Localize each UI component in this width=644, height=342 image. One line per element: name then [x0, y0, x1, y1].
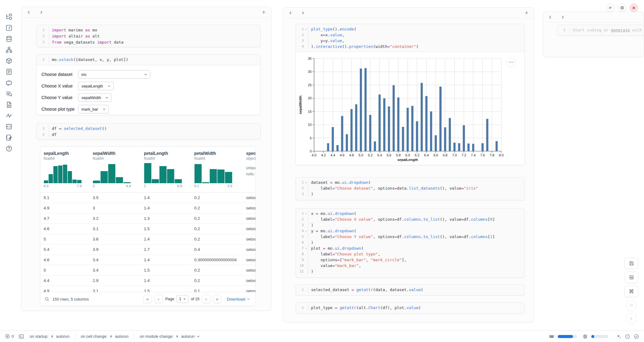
bar[interactable]	[458, 143, 460, 151]
fold-chevron-icon[interactable]	[304, 180, 308, 185]
code-line[interactable]: 9 options=["mark_bar", "mark_circle"],	[296, 257, 524, 263]
terminal-button[interactable]	[19, 334, 24, 339]
chart-actions-button[interactable]	[506, 57, 516, 67]
fold-chevron-icon[interactable]	[304, 211, 308, 216]
code-text[interactable]: x=x.value,	[308, 32, 524, 38]
code-text[interactable]: plot = mo.ui.dropdown(	[308, 245, 524, 251]
add-column-icon[interactable]	[261, 10, 266, 15]
bar[interactable]	[346, 134, 348, 151]
prev-page-button[interactable]: ‹	[154, 295, 163, 303]
bar[interactable]	[421, 83, 423, 151]
run-button[interactable]	[626, 313, 637, 324]
code-line[interactable]: 10 value="mark_bar",	[296, 263, 524, 269]
fold-chevron-icon[interactable]	[304, 228, 308, 234]
bar[interactable]	[435, 135, 437, 151]
code-line[interactable]: 4y = mo.ui.dropdown(	[296, 228, 524, 234]
add-column-icon[interactable]	[524, 10, 529, 15]
ai-assistant-button[interactable]	[616, 334, 621, 339]
table-row[interactable]: 53.61.40.2setosa	[40, 234, 256, 244]
code-text[interactable]: dataset = mo.ui.dropdown(	[308, 180, 524, 185]
fold-chevron-icon[interactable]	[304, 245, 308, 251]
fold-chevron-icon[interactable]	[304, 26, 308, 32]
code-line[interactable]: 6)	[296, 240, 524, 245]
bar[interactable]	[486, 119, 488, 151]
bar[interactable]	[444, 127, 446, 151]
cell-plot[interactable]: 1plot_type().encode(2 x=x.value,3 y=y.va…	[295, 24, 525, 165]
cell-plot-type[interactable]: 1plot_type = getattr(alt.Chart(df), plot…	[295, 302, 525, 314]
bar[interactable]	[472, 144, 474, 151]
download-button[interactable]: Download	[227, 297, 250, 301]
notebook-menu-button[interactable]	[606, 4, 614, 12]
code-text[interactable]: selected_dataset = getattr(data, dataset…	[308, 287, 524, 293]
code-line[interactable]: 5 label="Choose Y value", options=df.col…	[296, 234, 524, 240]
bar[interactable]	[463, 125, 465, 151]
code-editor[interactable]: 1df = selected_dataset()2df	[37, 123, 260, 140]
table-row[interactable]: 4.93.11.50.1setosa	[40, 286, 256, 292]
code-line[interactable]: 8 label="Choose plot type",	[296, 251, 524, 257]
ai-chat-icon[interactable]	[5, 79, 13, 86]
code-text[interactable]: Start coding or generate with AI	[570, 27, 644, 33]
settings-button[interactable]: ⚙	[618, 4, 626, 12]
code-line[interactable]: 2 label="Choose X value", options=df.col…	[296, 216, 524, 222]
code-text[interactable]: y=y.value,	[308, 38, 524, 44]
cell-vstack[interactable]: 1mo.vstack([dataset, x, y, plot]) Choose…	[36, 54, 261, 115]
bar[interactable]	[467, 144, 470, 151]
runtime-status-button[interactable]	[625, 334, 630, 339]
bar[interactable]	[332, 127, 334, 151]
code-text[interactable]: df = selected_dataset()	[49, 126, 260, 132]
bar[interactable]	[378, 94, 381, 151]
packages-icon[interactable]	[5, 57, 13, 64]
bar[interactable]	[439, 87, 442, 151]
column-header[interactable]: petalLengthfloat6416.9	[141, 147, 191, 192]
move-column-left-icon[interactable]	[27, 10, 31, 15]
command-palette-button[interactable]: ⌘	[624, 286, 638, 297]
bar[interactable]	[397, 98, 399, 151]
bar[interactable]	[369, 115, 371, 151]
outline-icon[interactable]	[5, 101, 13, 108]
code-text[interactable]: import marimo as mo	[49, 27, 260, 33]
search-icon[interactable]	[45, 297, 49, 301]
next-page-button[interactable]: ›	[202, 295, 210, 303]
bar[interactable]	[336, 145, 338, 151]
first-page-button[interactable]: «	[143, 295, 152, 303]
dropdown-select[interactable]: mark_bar	[78, 105, 109, 113]
code-text[interactable]: mo.vstack([dataset, x, y, plot])	[49, 57, 260, 63]
code-line[interactable]: 11)	[296, 269, 524, 274]
code-text[interactable]: plot_type = getattr(alt.Chart(df), plot.…	[308, 305, 524, 311]
dropdown-select[interactable]: sepalWidth	[78, 93, 112, 102]
table-row[interactable]: 5.43.91.70.4setosa	[40, 244, 256, 255]
code-line[interactable]: 3)	[296, 191, 524, 197]
code-text[interactable]: y = mo.ui.dropdown(	[308, 228, 524, 234]
variables-icon[interactable]: f	[5, 24, 13, 31]
stop-button[interactable]	[626, 300, 637, 311]
cell-imports[interactable]: 1import marimo as mo2import altair as al…	[36, 25, 261, 47]
help-icon[interactable]	[5, 145, 13, 152]
move-column-left-icon[interactable]	[288, 11, 293, 15]
code-text[interactable]: options=["mark_bar", "mark_circle"],	[308, 257, 524, 263]
snippets-icon[interactable]	[5, 123, 13, 130]
bar[interactable]	[374, 141, 376, 151]
bar[interactable]	[327, 143, 329, 151]
bar[interactable]	[402, 127, 404, 151]
table-row[interactable]: 4.73.21.30.2setosa	[40, 213, 256, 224]
connection-status-button[interactable]	[634, 334, 639, 339]
on-startup-setting[interactable]: on startup: autorun	[30, 334, 70, 339]
code-editor[interactable]: 1dataset = mo.ui.dropdown(2 label="Choos…	[296, 177, 524, 199]
code-line[interactable]: 3from vega_datasets import data	[37, 39, 260, 45]
code-line[interactable]: 1x = mo.ui.dropdown(	[296, 211, 524, 216]
code-text[interactable]: label="Choose dataset", options=data.lis…	[308, 185, 524, 191]
on-cell-change-setting[interactable]: on cell change: autorun	[81, 334, 129, 339]
logs-icon[interactable]	[5, 90, 13, 97]
shutdown-button[interactable]: ✕	[630, 4, 638, 12]
column-header[interactable]: sepalLengthfloat644.37.9	[40, 147, 89, 192]
code-line[interactable]: 1plot_type().encode(	[296, 26, 524, 32]
column-header[interactable]: petalWidthfloat640.12.5	[191, 147, 243, 192]
bar[interactable]	[481, 143, 484, 151]
bar[interactable]	[430, 112, 432, 151]
table-row[interactable]: 4.42.91.40.2setosa	[40, 276, 256, 286]
move-column-right-icon[interactable]	[301, 11, 305, 15]
code-editor[interactable]: 1x = mo.ui.dropdown(2 label="Choose X va…	[296, 208, 524, 276]
code-editor[interactable]: 1plot_type = getattr(alt.Chart(df), plot…	[296, 303, 524, 313]
code-line[interactable]: 1df = selected_dataset()	[37, 126, 260, 132]
cell-xy-plot-dropdowns[interactable]: 1x = mo.ui.dropdown(2 label="Choose X va…	[295, 208, 525, 278]
